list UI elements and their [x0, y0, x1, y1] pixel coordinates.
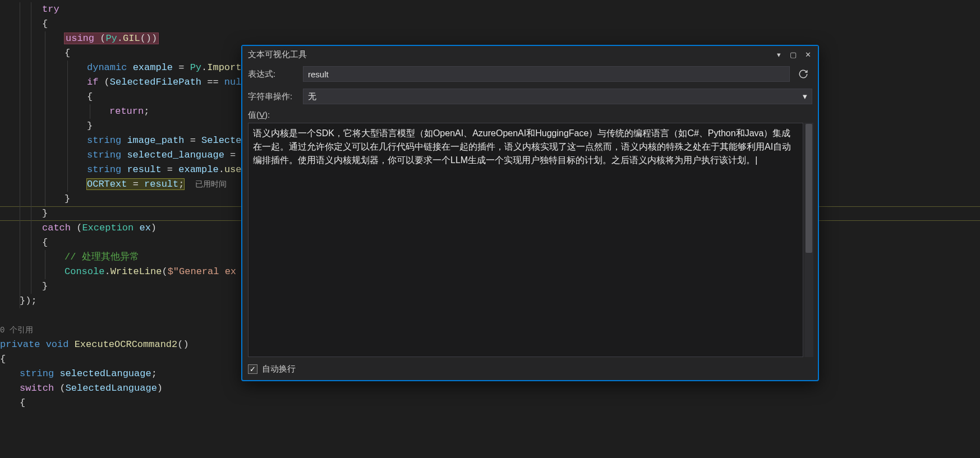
keyword-try: try — [42, 4, 59, 15]
value-textarea[interactable]: 语义内核是一个SDK，它将大型语言模型（如OpenAI、AzureOpenAI和… — [248, 123, 803, 357]
vertical-scrollbar[interactable] — [804, 123, 813, 357]
codelens-references[interactable]: 0 个引用 — [0, 323, 33, 337]
window-title: 文本可视化工具 — [248, 49, 772, 60]
dropdown-icon[interactable]: ▾ — [772, 48, 785, 61]
window-titlebar[interactable]: 文本可视化工具 ▾ ▢ ✕ — [242, 46, 818, 63]
chevron-down-icon: ▾ — [803, 91, 807, 101]
maximize-icon[interactable]: ▢ — [786, 48, 800, 61]
scrollbar-thumb[interactable] — [806, 124, 812, 253]
text-visualizer-window[interactable]: 文本可视化工具 ▾ ▢ ✕ 表达式: 字符串操作: 无 ▾ 值(V): 语义内核… — [241, 45, 819, 381]
highlighted-using-statement: using (Py.GIL()) — [65, 33, 158, 44]
elapsed-time-label: 已用时间 — [195, 180, 227, 189]
string-operations-select[interactable]: 无 ▾ — [303, 89, 812, 104]
value-label: 值(V): — [242, 108, 818, 121]
current-statement: OCRText = result; — [87, 179, 184, 189]
refresh-icon[interactable] — [794, 66, 812, 82]
wrap-checkbox[interactable]: ✓ — [248, 364, 257, 374]
comment: // 处理其他异常 — [65, 250, 139, 265]
expression-input[interactable] — [303, 66, 790, 82]
string-operations-label: 字符串操作: — [248, 91, 298, 102]
close-icon[interactable]: ✕ — [801, 48, 815, 61]
wrap-label: 自动换行 — [262, 364, 296, 374]
expression-label: 表达式: — [248, 69, 298, 80]
